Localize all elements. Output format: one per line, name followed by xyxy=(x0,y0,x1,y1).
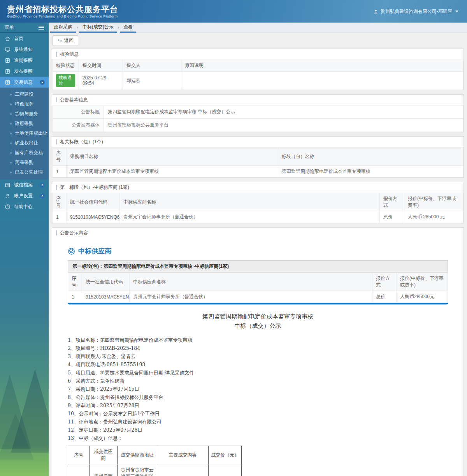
user-icon xyxy=(373,9,378,14)
document-icon xyxy=(5,79,11,85)
cell-lot-name: 第四监管周期输配电定价成本监审专项审核 xyxy=(278,166,463,177)
user-menu[interactable]: 贵州弘典建设咨询有限公司-邓廷容 xyxy=(373,8,458,15)
sidebar-item-notifications[interactable]: 系统通知 xyxy=(0,44,49,55)
col-project-name: 采购项目名称 xyxy=(67,148,278,166)
main-area: 菜单 首页 系统通知 xyxy=(0,23,467,476)
table-header-row: 序号 成交供应商 成交供应商地址 主要成交内容 成交价（元） xyxy=(68,446,242,464)
announcement-content-section: 公告公示内容 中标供应商 第一标段(包)：第四监管周期输配电定价成本监审专项审核… xyxy=(52,227,464,476)
transaction-submenu: 工程建设 特色服务 货物与服务 政府采购 土地使用权出让 矿业权出让 国有产权交… xyxy=(0,88,49,179)
label-announcement-title: 公告标题 xyxy=(53,105,104,119)
cell-quote: 人民币 285000 元 xyxy=(404,211,463,223)
related-lots-table: 序号 采购项目名称 标段（包）名称 1 第四监管周期输配电定价成本监审专项审核 … xyxy=(52,147,463,177)
platform-subtitle: GuiZhou Province Tendering and Bidding P… xyxy=(7,14,118,18)
col-award-supplier: 成交供应商 xyxy=(90,446,118,464)
doc-paragraph: 6、采购方式：竞争性磋商 xyxy=(68,377,463,385)
table-row: 1 91520103MAC5YENQ6X 贵州元宇会计师事务所（普通合伙） 总价… xyxy=(68,291,448,303)
back-button[interactable]: 返回 xyxy=(53,35,78,46)
document-icon xyxy=(5,69,11,74)
breadcrumb-separator: › xyxy=(76,23,79,33)
verify-section-header: 核验信息 xyxy=(52,49,463,60)
doc-paragraph: 9、评审时间：2025年07月28日 xyxy=(68,401,463,409)
cell-no: 1 xyxy=(53,166,67,177)
hamburger-icon[interactable] xyxy=(39,26,44,30)
cell-supplier-name: 贵州元宇会计师事务所（普通合伙） xyxy=(130,291,372,303)
cell-award-content: 第四监管周期输配电定价成本监审专项审核 xyxy=(157,464,209,476)
home-icon xyxy=(5,36,11,42)
sidebar-item-integrity-archive[interactable]: 诚信档案 xyxy=(0,179,49,190)
cell-credit-code: 91520103MAC5YENQ6X xyxy=(82,291,130,303)
doc-paragraph: 11、评审地点：贵州弘典建设咨询有限公司 xyxy=(68,418,463,426)
breadcrumb-view[interactable]: 查看 xyxy=(120,23,136,33)
winner-section: 第一标段（包）-中标供应商 (1家) 序号 统一社会信用代码 中标供应商名称 报… xyxy=(52,182,464,223)
doc-paragraph: 13、中标（成交）信息： xyxy=(68,434,463,442)
doc-paragraph: 7、采购日期：2025年07月15日 xyxy=(68,385,463,393)
table-header-row: 序号 统一社会信用代码 中标供应商名称 报价方式 报价(中标价、下浮率或费率) xyxy=(68,273,448,291)
col-credit-code: 统一社会信用代码 xyxy=(82,273,130,291)
submenu-item-engineering[interactable]: 工程建设 xyxy=(0,90,49,99)
doc-paragraph: 2、项目编号：HDZB-2025-184 xyxy=(68,344,463,352)
status-badge: 核验通过 xyxy=(56,74,75,87)
caret-down-icon xyxy=(455,11,458,12)
basic-info-header: 公告基本信息 xyxy=(52,95,463,105)
app-window: 贵州省招标投标公共服务平台 GuiZhou Province Tendering… xyxy=(0,0,467,476)
submenu-item-special-services[interactable]: 特色服务 xyxy=(0,99,49,109)
section-accent-bar xyxy=(56,185,57,190)
breadcrumb-separator: › xyxy=(117,23,120,33)
submenu-item-published-announcements[interactable]: 已发公告处理 xyxy=(0,167,49,177)
doc-paragraph: 5、项目用途、简要技术要求及合同履行日期:详见采购文件 xyxy=(68,369,463,377)
sidebar-item-label: 帮助中心 xyxy=(14,204,33,210)
table-header-row: 序号 采购项目名称 标段（包）名称 xyxy=(53,148,463,166)
cell-no: 1 xyxy=(53,211,67,223)
table-header-row: 核验状态 提交时间 提交人 原因说明 xyxy=(53,60,463,72)
inner-winner-table-wrap: 序号 统一社会信用代码 中标供应商名称 报价方式 报价(中标价、下浮率或费率) … xyxy=(68,272,448,304)
sidebar-item-overdue-reminder[interactable]: 逾期提醒 xyxy=(0,55,49,66)
chevron-right-icon xyxy=(40,183,45,188)
brand: 贵州省招标投标公共服务平台 GuiZhou Province Tendering… xyxy=(7,5,118,18)
table-row: 公告标题 第四监管周期输配电定价成本监审专项审核 中标（成交）公示 xyxy=(53,105,463,119)
chevron-down-icon xyxy=(40,80,45,85)
top-header: 贵州省招标投标公共服务平台 GuiZhou Province Tendering… xyxy=(0,0,467,23)
sidebar-item-help-center[interactable]: 帮助中心 xyxy=(0,201,49,212)
breadcrumb-award-announcement[interactable]: 中标(成交)公示 xyxy=(79,23,117,33)
submenu-item-goods-services[interactable]: 货物与服务 xyxy=(0,109,49,119)
winner-table: 序号 统一社会信用代码 中标供应商名称 报价方式 报价(中标价、下浮率或费率) … xyxy=(52,193,463,223)
col-no: 序号 xyxy=(53,148,67,166)
sidebar-item-publish-reminder[interactable]: 发布提醒 xyxy=(0,66,49,77)
related-lots-section: 相关标段（包）(1个) 序号 采购项目名称 标段（包）名称 1 第四监管周期输配… xyxy=(52,136,464,178)
section-accent-bar xyxy=(56,230,57,235)
sidebar-menu-header: 菜单 xyxy=(0,23,49,33)
doc-paragraph: 12、定标日期：2025年07月28日 xyxy=(68,426,463,434)
sidebar-item-account-settings[interactable]: 帐户设置 xyxy=(0,190,49,201)
document-title-line2: 中标（成交）公示 xyxy=(52,321,463,330)
col-credit-code: 统一社会信用代码 xyxy=(67,193,120,211)
platform-title: 贵州省招标投标公共服务平台 xyxy=(7,5,118,14)
cell-no: 1 xyxy=(68,291,82,303)
section-title: 核验信息 xyxy=(60,51,79,58)
question-icon xyxy=(5,204,11,210)
cell-project-name: 第四监管周期输配电定价成本监审专项审核 xyxy=(67,166,278,177)
submenu-item-drug-procurement[interactable]: 药品采购 xyxy=(0,158,49,167)
table-row: 1 贵州元宇会计师事务所（普通合伙） 贵州省贵阳市云岩区三桥路街道中坝路16号万… xyxy=(68,464,242,476)
col-supplier-name: 中标供应商名称 xyxy=(130,273,372,291)
monitor-icon xyxy=(5,47,11,53)
cell-supplier-name: 贵州元宇会计师事务所（普通合伙） xyxy=(120,211,380,223)
col-award-price: 成交价（元） xyxy=(209,446,242,464)
table-row: 1 第四监管周期输配电定价成本监审专项审核 第四监管周期输配电定价成本监审专项审… xyxy=(53,166,463,177)
doc-paragraph: 10、公示时间：公示发布之日起1个工作日 xyxy=(68,409,463,418)
announcement-content-header: 公告公示内容 xyxy=(52,228,463,238)
submenu-item-state-property[interactable]: 国有产权交易 xyxy=(0,148,49,158)
cell-quote: 人民币285000元 xyxy=(397,291,448,303)
sidebar-item-home[interactable]: 首页 xyxy=(0,33,49,44)
breadcrumb-gov-procurement[interactable]: 政府采购 xyxy=(50,23,76,33)
basic-info-table: 公告标题 第四监管周期输配电定价成本监审专项审核 中标（成交）公示 公告发布媒体… xyxy=(52,105,463,132)
sidebar-item-transaction-info[interactable]: 交易信息 xyxy=(0,77,49,88)
submenu-item-gov-procurement[interactable]: 政府采购 xyxy=(0,119,49,128)
person-icon xyxy=(5,193,11,199)
sidebar-item-label: 帐户设置 xyxy=(14,193,33,199)
submenu-item-land-use[interactable]: 土地使用权出让 xyxy=(0,128,49,138)
sidebar-nav: 首页 系统通知 逾期提醒 xyxy=(0,33,49,212)
doc-paragraph: 4、项目联系电话:0851-85755198 xyxy=(68,360,463,369)
cell-verify-status: 核验通过 xyxy=(53,72,79,90)
submenu-item-mining-rights[interactable]: 矿业权出让 xyxy=(0,138,49,148)
col-lot-name: 标段（包）名称 xyxy=(278,148,463,166)
